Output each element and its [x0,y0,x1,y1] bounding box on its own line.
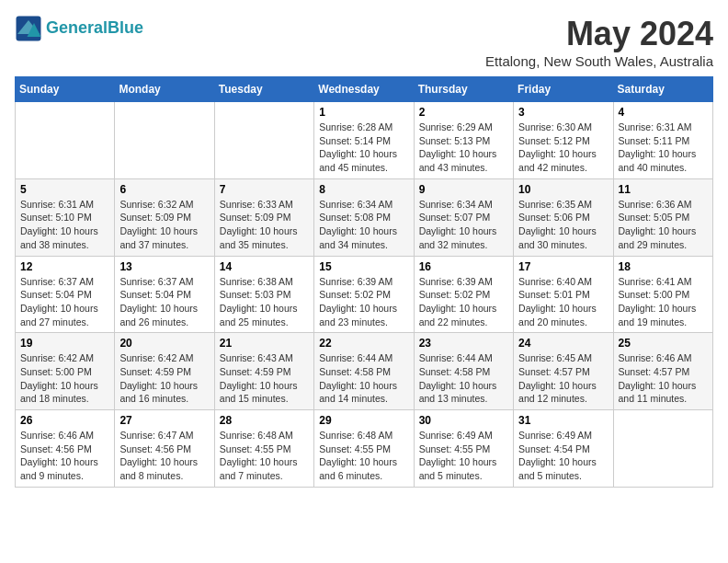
calendar-cell: 22Sunrise: 6:44 AM Sunset: 4:58 PM Dayli… [314,333,414,410]
calendar-cell: 8Sunrise: 6:34 AM Sunset: 5:08 PM Daylig… [314,178,414,256]
calendar-cell: 29Sunrise: 6:48 AM Sunset: 4:55 PM Dayli… [314,410,414,488]
day-number: 21 [220,337,309,350]
day-number: 11 [619,183,708,196]
day-info: Sunrise: 6:37 AM Sunset: 5:04 PM Dayligh… [20,275,109,329]
day-info: Sunrise: 6:49 AM Sunset: 4:54 PM Dayligh… [518,429,608,483]
calendar-cell: 3Sunrise: 6:30 AM Sunset: 5:12 PM Daylig… [514,102,613,179]
page-subtitle: Ettalong, New South Wales, Australia [485,53,713,69]
calendar-cell: 17Sunrise: 6:40 AM Sunset: 5:01 PM Dayli… [514,256,613,333]
calendar-cell: 10Sunrise: 6:35 AM Sunset: 5:06 PM Dayli… [514,178,613,256]
day-info: Sunrise: 6:37 AM Sunset: 5:04 PM Dayligh… [119,275,209,329]
day-number: 22 [319,337,408,350]
day-info: Sunrise: 6:41 AM Sunset: 5:00 PM Dayligh… [619,275,708,329]
day-info: Sunrise: 6:29 AM Sunset: 5:13 PM Dayligh… [419,121,508,175]
logo-icon [15,15,42,42]
day-header-monday: Monday [115,77,214,102]
day-number: 19 [20,337,109,350]
day-info: Sunrise: 6:42 AM Sunset: 5:00 PM Dayligh… [20,351,109,406]
day-number: 13 [119,260,209,273]
day-info: Sunrise: 6:35 AM Sunset: 5:06 PM Dayligh… [518,198,608,252]
day-number: 14 [220,260,309,273]
calendar-cell: 20Sunrise: 6:42 AM Sunset: 4:59 PM Dayli… [115,333,214,410]
day-number: 26 [20,414,109,427]
day-number: 10 [518,183,608,196]
calendar-cell: 24Sunrise: 6:45 AM Sunset: 4:57 PM Dayli… [514,333,613,410]
day-info: Sunrise: 6:39 AM Sunset: 5:02 PM Dayligh… [319,275,408,329]
calendar-cell: 25Sunrise: 6:46 AM Sunset: 4:57 PM Dayli… [613,333,712,410]
logo-line2: Blue [108,18,143,37]
day-number: 29 [319,414,408,427]
calendar-cell: 19Sunrise: 6:42 AM Sunset: 5:00 PM Dayli… [16,333,115,410]
day-info: Sunrise: 6:46 AM Sunset: 4:57 PM Dayligh… [619,351,708,406]
day-info: Sunrise: 6:39 AM Sunset: 5:02 PM Dayligh… [419,275,508,329]
calendar-cell: 9Sunrise: 6:34 AM Sunset: 5:07 PM Daylig… [414,178,513,256]
day-number: 3 [518,106,608,119]
calendar-week-row: 5Sunrise: 6:31 AM Sunset: 5:10 PM Daylig… [16,178,713,256]
day-info: Sunrise: 6:40 AM Sunset: 5:01 PM Dayligh… [518,275,608,329]
day-info: Sunrise: 6:36 AM Sunset: 5:05 PM Dayligh… [619,198,708,252]
calendar-cell: 28Sunrise: 6:48 AM Sunset: 4:55 PM Dayli… [214,410,313,488]
day-header-sunday: Sunday [16,77,115,102]
day-number: 7 [220,183,309,196]
calendar-cell: 7Sunrise: 6:33 AM Sunset: 5:09 PM Daylig… [214,178,313,256]
day-header-thursday: Thursday [414,77,513,102]
calendar-cell: 21Sunrise: 6:43 AM Sunset: 4:59 PM Dayli… [214,333,313,410]
day-number: 25 [619,337,708,350]
day-info: Sunrise: 6:47 AM Sunset: 4:56 PM Dayligh… [119,429,209,483]
day-info: Sunrise: 6:48 AM Sunset: 4:55 PM Dayligh… [319,429,408,483]
day-info: Sunrise: 6:34 AM Sunset: 5:08 PM Dayligh… [319,198,408,252]
calendar-cell: 30Sunrise: 6:49 AM Sunset: 4:55 PM Dayli… [414,410,513,488]
day-number: 30 [419,414,508,427]
calendar-cell: 26Sunrise: 6:46 AM Sunset: 4:56 PM Dayli… [16,410,115,488]
calendar-cell [16,102,115,179]
calendar-cell [613,410,712,488]
day-number: 8 [319,183,408,196]
day-header-saturday: Saturday [613,77,712,102]
day-number: 9 [419,183,508,196]
day-number: 20 [119,337,209,350]
day-header-friday: Friday [514,77,613,102]
calendar-cell: 13Sunrise: 6:37 AM Sunset: 5:04 PM Dayli… [115,256,214,333]
day-number: 23 [419,337,508,350]
day-info: Sunrise: 6:33 AM Sunset: 5:09 PM Dayligh… [220,198,309,252]
day-number: 28 [220,414,309,427]
day-header-tuesday: Tuesday [214,77,313,102]
day-number: 4 [619,106,708,119]
day-info: Sunrise: 6:48 AM Sunset: 4:55 PM Dayligh… [220,429,309,483]
day-info: Sunrise: 6:45 AM Sunset: 4:57 PM Dayligh… [518,351,608,406]
day-number: 31 [518,414,608,427]
day-info: Sunrise: 6:43 AM Sunset: 4:59 PM Dayligh… [220,351,309,406]
calendar-header-row: SundayMondayTuesdayWednesdayThursdayFrid… [16,77,713,102]
calendar-week-row: 19Sunrise: 6:42 AM Sunset: 5:00 PM Dayli… [16,333,713,410]
day-number: 5 [20,183,109,196]
logo-text: GeneralBlue [46,19,143,38]
logo: GeneralBlue [15,15,143,42]
day-info: Sunrise: 6:49 AM Sunset: 4:55 PM Dayligh… [419,429,508,483]
day-info: Sunrise: 6:34 AM Sunset: 5:07 PM Dayligh… [419,198,508,252]
calendar-cell: 16Sunrise: 6:39 AM Sunset: 5:02 PM Dayli… [414,256,513,333]
day-number: 2 [419,106,508,119]
calendar-week-row: 26Sunrise: 6:46 AM Sunset: 4:56 PM Dayli… [16,410,713,488]
day-info: Sunrise: 6:31 AM Sunset: 5:11 PM Dayligh… [619,121,708,175]
calendar-cell: 5Sunrise: 6:31 AM Sunset: 5:10 PM Daylig… [16,178,115,256]
calendar-cell: 31Sunrise: 6:49 AM Sunset: 4:54 PM Dayli… [514,410,613,488]
calendar-cell: 23Sunrise: 6:44 AM Sunset: 4:58 PM Dayli… [414,333,513,410]
day-number: 24 [518,337,608,350]
day-info: Sunrise: 6:44 AM Sunset: 4:58 PM Dayligh… [419,351,508,406]
calendar-week-row: 12Sunrise: 6:37 AM Sunset: 5:04 PM Dayli… [16,256,713,333]
day-info: Sunrise: 6:31 AM Sunset: 5:10 PM Dayligh… [20,198,109,252]
day-info: Sunrise: 6:30 AM Sunset: 5:12 PM Dayligh… [518,121,608,175]
day-number: 18 [619,260,708,273]
day-number: 17 [518,260,608,273]
day-number: 15 [319,260,408,273]
calendar-cell: 18Sunrise: 6:41 AM Sunset: 5:00 PM Dayli… [613,256,712,333]
day-number: 1 [319,106,408,119]
day-info: Sunrise: 6:28 AM Sunset: 5:14 PM Dayligh… [319,121,408,175]
day-number: 27 [119,414,209,427]
calendar-cell [214,102,313,179]
calendar-cell: 14Sunrise: 6:38 AM Sunset: 5:03 PM Dayli… [214,256,313,333]
calendar-cell: 11Sunrise: 6:36 AM Sunset: 5:05 PM Dayli… [613,178,712,256]
calendar-cell: 27Sunrise: 6:47 AM Sunset: 4:56 PM Dayli… [115,410,214,488]
calendar-cell [115,102,214,179]
day-info: Sunrise: 6:42 AM Sunset: 4:59 PM Dayligh… [119,351,209,406]
